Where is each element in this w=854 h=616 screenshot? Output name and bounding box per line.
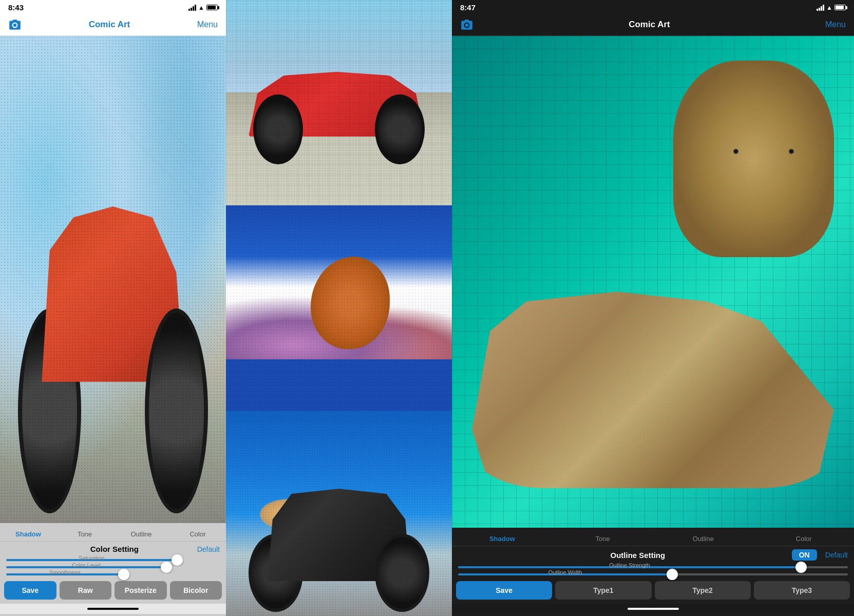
- vintage-car-image: [226, 0, 452, 205]
- slider-fill-colorlevel: Color Level: [6, 566, 166, 568]
- type1-btn[interactable]: Type1: [555, 581, 651, 600]
- slider-fill-outline-width: Outline Width: [458, 573, 672, 575]
- default-btn-left[interactable]: Default: [197, 545, 220, 553]
- left-panel: 8:43 ▲ Comic Art Menu: [0, 0, 226, 616]
- nav-title-left: Comic Art: [89, 20, 130, 30]
- time-right: 8:47: [460, 3, 476, 12]
- center-image-stack: [226, 0, 452, 616]
- slider-track-outline-width[interactable]: Outline Width: [458, 573, 848, 575]
- type-row-right: Save Type1 Type2 Type3: [452, 578, 854, 604]
- save-btn-left[interactable]: Save: [4, 581, 56, 600]
- comic-outline-overlay: [0, 36, 226, 523]
- signal-icon-left: [188, 5, 196, 11]
- right-panel: 8:47 ▲ Comic Art Menu: [452, 0, 854, 616]
- tab-tone-right[interactable]: Tone: [553, 532, 653, 546]
- puffer-halftone: [226, 205, 452, 411]
- slider-row-outline-strength: Outline Strength: [452, 564, 854, 571]
- slider-thumb-colorlevel[interactable]: [161, 562, 172, 573]
- moto2-halftone: [226, 411, 452, 616]
- setting-title-right: Outline Setting: [488, 551, 788, 560]
- image-area-right: [452, 36, 854, 528]
- action-row-left: Save Raw Posterize Bicolor: [0, 578, 226, 604]
- control-panel-right: Shadow Tone Outline Color Outline Settin…: [452, 528, 854, 616]
- slider-row-smoothness: Smoothness: [0, 571, 226, 578]
- slider-label-outline-strength: Outline Strength: [609, 562, 650, 568]
- tab-outline-left[interactable]: Outline: [113, 527, 169, 541]
- tab-row-right: Shadow Tone Outline Color: [452, 532, 854, 546]
- bicolor-btn-left[interactable]: Bicolor: [170, 581, 222, 600]
- slider-row-colorlevel: Color Level: [0, 564, 226, 571]
- slider-thumb-saturation[interactable]: [172, 554, 183, 566]
- setting-header-left: Color Setting Default: [0, 542, 226, 556]
- status-icons-right: ▲: [817, 4, 846, 11]
- posterize-btn-left[interactable]: Posterize: [115, 581, 167, 600]
- tab-shadow-left[interactable]: Shadow: [0, 527, 56, 541]
- slider-track-outline-strength[interactable]: Outline Strength: [458, 566, 848, 568]
- status-bar-right: 8:47 ▲: [452, 0, 854, 14]
- slider-track-saturation[interactable]: Saturation: [6, 559, 220, 561]
- slider-label-smoothness: Smoothness: [49, 569, 81, 575]
- camera-icon-left[interactable]: [8, 18, 22, 31]
- home-bar-right: [628, 608, 679, 610]
- menu-btn-left[interactable]: Menu: [197, 20, 218, 29]
- camera-icon-right[interactable]: [460, 18, 473, 31]
- tab-row-left: Shadow Tone Outline Color: [0, 527, 226, 542]
- menu-btn-right[interactable]: Menu: [825, 20, 846, 29]
- center-panel: [226, 0, 452, 616]
- wifi-icon-left: ▲: [198, 4, 204, 11]
- battery-icon-left: [206, 5, 218, 10]
- owl-teal-image: [452, 36, 854, 528]
- home-indicator-right: [452, 604, 854, 614]
- control-panel-left: Shadow Tone Outline Color Color Setting …: [0, 523, 226, 616]
- wifi-icon-right: ▲: [826, 4, 832, 11]
- slider-thumb-outline-strength[interactable]: [795, 562, 807, 573]
- slider-track-smoothness[interactable]: Smoothness: [6, 573, 220, 575]
- status-bar-left: 8:43 ▲: [0, 0, 226, 14]
- raw-btn-left[interactable]: Raw: [60, 581, 112, 600]
- slider-label-outline-width: Outline Width: [548, 569, 582, 575]
- slider-thumb-smoothness[interactable]: [118, 569, 129, 580]
- slider-track-colorlevel[interactable]: Color Level: [6, 566, 220, 568]
- home-indicator-left: [0, 604, 226, 614]
- type2-btn[interactable]: Type2: [655, 581, 751, 600]
- home-bar-left: [87, 608, 139, 610]
- tab-color-left[interactable]: Color: [169, 527, 226, 541]
- slider-label-colorlevel: Color Level: [72, 562, 101, 568]
- status-icons-left: ▲: [188, 4, 218, 11]
- save-btn-right[interactable]: Save: [456, 581, 552, 600]
- tab-shadow-right[interactable]: Shadow: [452, 532, 553, 546]
- default-btn-right[interactable]: Default: [825, 551, 848, 559]
- nav-bar-left: Comic Art Menu: [0, 14, 226, 36]
- slider-row-saturation: Saturation: [0, 556, 226, 564]
- car-halftone: [226, 0, 452, 205]
- signal-icon-right: [817, 5, 824, 11]
- puffer-fish-image: [226, 205, 452, 411]
- slider-fill-smoothness: Smoothness: [6, 573, 124, 575]
- tab-outline-right[interactable]: Outline: [653, 532, 754, 546]
- battery-icon-right: [834, 5, 846, 10]
- motorcycle2-image: [226, 411, 452, 616]
- tab-tone-left[interactable]: Tone: [56, 527, 113, 541]
- slider-fill-saturation: Saturation: [6, 559, 177, 561]
- slider-row-outline-width: Outline Width: [452, 571, 854, 578]
- time-left: 8:43: [8, 3, 24, 12]
- tab-color-right[interactable]: Color: [753, 532, 854, 546]
- setting-title-left: Color Setting: [32, 545, 197, 553]
- slider-fill-outline-strength: Outline Strength: [458, 566, 801, 568]
- nav-bar-right: Comic Art Menu: [452, 14, 854, 36]
- slider-label-saturation: Saturation: [79, 555, 104, 561]
- teal-halftone: [452, 36, 854, 528]
- on-badge[interactable]: ON: [792, 549, 817, 561]
- nav-title-right: Comic Art: [629, 20, 670, 30]
- outline-header-right: Outline Setting ON Default: [452, 546, 854, 564]
- image-area-left: [0, 36, 226, 523]
- type3-btn[interactable]: Type3: [754, 581, 850, 600]
- comic-moto-image: [0, 36, 226, 523]
